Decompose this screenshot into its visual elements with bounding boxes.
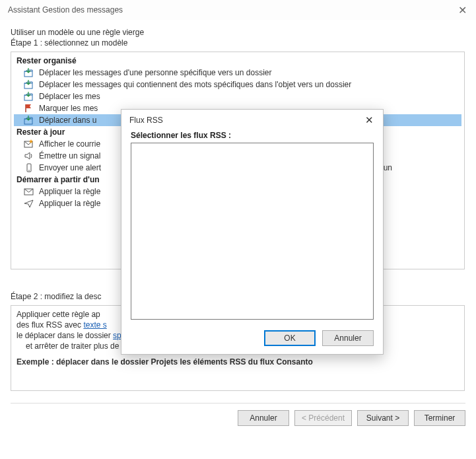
ok-button[interactable]: OK	[264, 330, 316, 346]
intro-line-1: Utiliser un modèle ou une règle vierge	[11, 28, 465, 37]
rule-label: Marquer les mes	[39, 104, 98, 113]
rule-label: Appliquer la règle	[39, 199, 100, 208]
dialog-cancel-button[interactable]: Annuler	[322, 330, 374, 346]
rule-label: Déplacer dans u	[39, 116, 96, 125]
flag-icon	[23, 103, 35, 114]
previous-button: < Précédent	[294, 410, 352, 426]
mobile-icon	[23, 162, 35, 173]
next-button[interactable]: Suivant >	[357, 410, 409, 426]
move-folder-icon	[23, 79, 35, 90]
group-header-organise: Rester organisé	[14, 55, 461, 67]
rule-label: Déplacer les messages qui contiennent de…	[39, 80, 351, 89]
rss-list[interactable]	[131, 143, 374, 320]
rule-label: Déplacer les mes	[39, 92, 100, 101]
rule-label: Déplacer les messages d'une personne spé…	[39, 68, 272, 77]
window-title: Assistant Gestion des messages	[8, 5, 123, 15]
move-folder-icon	[23, 67, 35, 78]
rule-item[interactable]: Déplacer les messages qui contiennent de…	[14, 79, 461, 90]
rule-label: Émettre un signal	[39, 151, 100, 160]
dialog-title: Flux RSS	[129, 116, 163, 125]
close-icon[interactable]: ✕	[456, 4, 469, 17]
close-icon[interactable]: ✕	[362, 114, 376, 126]
mail-icon	[23, 186, 35, 197]
desc-text: des flux RSS avec	[17, 320, 83, 330]
sound-icon	[23, 151, 35, 161]
mail-star-icon	[23, 139, 35, 149]
intro-line-2: Étape 1 : sélectionnez un modèle	[11, 38, 465, 48]
dialog-label: Sélectionner les flux RSS :	[131, 131, 374, 140]
rss-dialog: Flux RSS ✕ Sélectionner les flux RSS : O…	[121, 109, 384, 355]
rule-item[interactable]: Déplacer les messages d'une personne spé…	[14, 67, 461, 79]
move-folder-icon	[23, 115, 35, 125]
wizard-footer: Annuler < Précédent Suivant > Terminer	[0, 404, 476, 434]
desc-text: le déplacer dans le dossier	[17, 331, 113, 340]
move-folder-icon	[23, 91, 35, 102]
rule-label: Afficher le courrie	[39, 139, 100, 149]
dialog-titlebar: Flux RSS ✕	[121, 110, 383, 131]
dialog-body: Sélectionner les flux RSS : OK Annuler	[121, 131, 383, 354]
desc-example: Exemple : déplacer dans le dossier Proje…	[17, 357, 459, 367]
finish-button[interactable]: Terminer	[414, 410, 465, 426]
wizard-window: Assistant Gestion des messages ✕ Utilise…	[0, 0, 476, 459]
rule-label: Envoyer une alert	[39, 163, 101, 172]
svg-point-7	[28, 170, 30, 171]
dialog-footer: OK Annuler	[131, 320, 374, 346]
titlebar: Assistant Gestion des messages ✕	[0, 0, 476, 20]
rule-item[interactable]: Déplacer les mes	[14, 90, 461, 102]
cancel-button[interactable]: Annuler	[238, 410, 289, 426]
send-icon	[23, 198, 35, 209]
rule-label: Appliquer la règle	[39, 187, 100, 196]
link-texte-specifique[interactable]: texte s	[83, 320, 106, 330]
